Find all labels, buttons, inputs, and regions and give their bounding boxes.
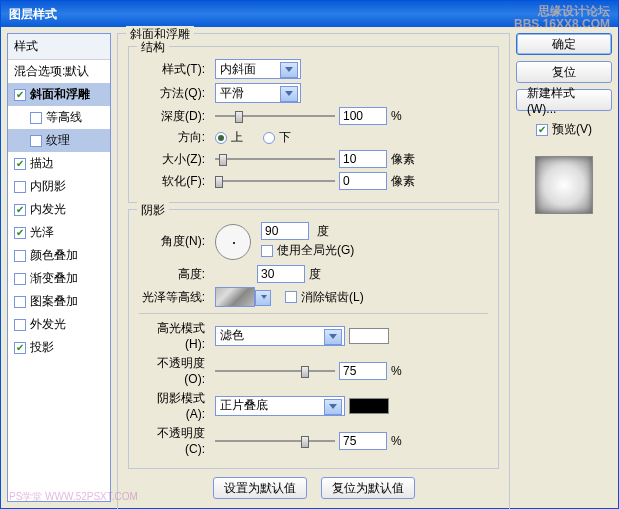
sidebar-item-9[interactable]: 图案叠加 [8, 290, 110, 313]
window-title: 图层样式 [9, 6, 57, 23]
gloss-contour-picker[interactable] [215, 287, 255, 307]
sidebar-item-1[interactable]: 等高线 [8, 106, 110, 129]
angle-picker[interactable] [215, 224, 251, 260]
bevel-emboss-group: 斜面和浮雕 结构 样式(T): 内斜面 方法(Q): 平滑 [117, 33, 510, 509]
soften-input[interactable] [339, 172, 387, 190]
highlight-mode-select[interactable]: 滤色 [215, 326, 345, 346]
right-column: 确定 复位 新建样式(W)... 预览(V) [516, 33, 612, 502]
shading-legend: 阴影 [137, 202, 169, 219]
shadow-opacity-input[interactable] [339, 432, 387, 450]
sidebar-label-9: 图案叠加 [30, 293, 78, 310]
gloss-contour-label: 光泽等高线: [139, 289, 205, 306]
depth-input[interactable] [339, 107, 387, 125]
sidebar-item-3[interactable]: 描边 [8, 152, 110, 175]
sidebar-item-2[interactable]: 纹理 [8, 129, 110, 152]
new-style-button[interactable]: 新建样式(W)... [516, 89, 612, 111]
sidebar-item-5[interactable]: 内发光 [8, 198, 110, 221]
shadow-mode-select[interactable]: 正片叠底 [215, 396, 345, 416]
size-input[interactable] [339, 150, 387, 168]
highlight-opacity-input[interactable] [339, 362, 387, 380]
highlight-opacity-slider[interactable] [215, 364, 335, 378]
technique-label: 方法(Q): [139, 85, 205, 102]
ok-button[interactable]: 确定 [516, 33, 612, 55]
sidebar-label-0: 斜面和浮雕 [30, 86, 90, 103]
shadow-opacity-unit: % [391, 434, 402, 448]
sidebar-label-4: 内阴影 [30, 178, 66, 195]
sidebar-checkbox-11[interactable] [14, 342, 26, 354]
sidebar-checkbox-0[interactable] [14, 89, 26, 101]
sidebar-checkbox-4[interactable] [14, 181, 26, 193]
antialias-label: 消除锯齿(L) [301, 289, 364, 306]
sidebar-label-2: 纹理 [46, 132, 70, 149]
depth-unit: % [391, 109, 402, 123]
sidebar-checkbox-2[interactable] [30, 135, 42, 147]
sidebar-label-1: 等高线 [46, 109, 82, 126]
sidebar-checkbox-6[interactable] [14, 227, 26, 239]
depth-label: 深度(D): [139, 108, 205, 125]
watermark: 思缘设计论坛 BBS.16XX8.COM [514, 5, 610, 31]
sidebar-checkbox-5[interactable] [14, 204, 26, 216]
sidebar-item-6[interactable]: 光泽 [8, 221, 110, 244]
content-area: 样式 混合选项:默认 斜面和浮雕等高线纹理描边内阴影内发光光泽颜色叠加渐变叠加图… [1, 27, 618, 508]
preview-label: 预览(V) [552, 121, 592, 138]
preview-checkbox[interactable] [536, 124, 548, 136]
sidebar-checkbox-10[interactable] [14, 319, 26, 331]
sidebar-checkbox-1[interactable] [30, 112, 42, 124]
depth-slider[interactable] [215, 109, 335, 123]
styles-sidebar: 样式 混合选项:默认 斜面和浮雕等高线纹理描边内阴影内发光光泽颜色叠加渐变叠加图… [7, 33, 111, 502]
footer-watermark: PS学堂 WWW.52PSXT.COM [9, 490, 138, 504]
shadow-color-swatch[interactable] [349, 398, 389, 414]
direction-down-label: 下 [279, 129, 291, 146]
shadow-opacity-slider[interactable] [215, 434, 335, 448]
highlight-color-swatch[interactable] [349, 328, 389, 344]
sidebar-label-11: 投影 [30, 339, 54, 356]
technique-select[interactable]: 平滑 [215, 83, 301, 103]
sidebar-label-6: 光泽 [30, 224, 54, 241]
preview-swatch [535, 156, 593, 214]
size-slider[interactable] [215, 152, 335, 166]
make-default-button[interactable]: 设置为默认值 [213, 477, 307, 499]
soften-label: 软化(F): [139, 173, 205, 190]
antialias-checkbox[interactable] [285, 291, 297, 303]
sidebar-checkbox-7[interactable] [14, 250, 26, 262]
layer-style-dialog: 图层样式 思缘设计论坛 BBS.16XX8.COM 样式 混合选项:默认 斜面和… [0, 0, 619, 509]
global-light-label: 使用全局光(G) [277, 242, 354, 259]
angle-unit: 度 [317, 223, 329, 240]
altitude-input[interactable] [257, 265, 305, 283]
sidebar-checkbox-3[interactable] [14, 158, 26, 170]
sidebar-blending-options[interactable]: 混合选项:默认 [8, 60, 110, 83]
sidebar-item-0[interactable]: 斜面和浮雕 [8, 83, 110, 106]
direction-down-radio[interactable] [263, 132, 275, 144]
structure-legend: 结构 [137, 39, 169, 56]
main-panel: 斜面和浮雕 结构 样式(T): 内斜面 方法(Q): 平滑 [117, 33, 510, 502]
sidebar-label-10: 外发光 [30, 316, 66, 333]
highlight-opacity-unit: % [391, 364, 402, 378]
global-light-checkbox[interactable] [261, 245, 273, 257]
direction-up-label: 上 [231, 129, 243, 146]
soften-unit: 像素 [391, 173, 415, 190]
titlebar[interactable]: 图层样式 思缘设计论坛 BBS.16XX8.COM [1, 1, 618, 27]
sidebar-label-7: 颜色叠加 [30, 247, 78, 264]
sidebar-item-7[interactable]: 颜色叠加 [8, 244, 110, 267]
style-select[interactable]: 内斜面 [215, 59, 301, 79]
sidebar-checkbox-8[interactable] [14, 273, 26, 285]
structure-group: 结构 样式(T): 内斜面 方法(Q): 平滑 深度 [128, 46, 499, 203]
direction-up-radio[interactable] [215, 132, 227, 144]
sidebar-item-8[interactable]: 渐变叠加 [8, 267, 110, 290]
reset-default-button[interactable]: 复位为默认值 [321, 477, 415, 499]
altitude-unit: 度 [309, 266, 321, 283]
shadow-mode-label: 阴影模式(A): [139, 390, 205, 421]
sidebar-label-3: 描边 [30, 155, 54, 172]
angle-label: 角度(N): [139, 233, 205, 250]
sidebar-label-5: 内发光 [30, 201, 66, 218]
size-unit: 像素 [391, 151, 415, 168]
angle-input[interactable] [261, 222, 309, 240]
cancel-button[interactable]: 复位 [516, 61, 612, 83]
sidebar-item-11[interactable]: 投影 [8, 336, 110, 359]
soften-slider[interactable] [215, 174, 335, 188]
direction-label: 方向: [139, 129, 205, 146]
sidebar-item-4[interactable]: 内阴影 [8, 175, 110, 198]
altitude-label: 高度: [139, 266, 205, 283]
sidebar-item-10[interactable]: 外发光 [8, 313, 110, 336]
sidebar-checkbox-9[interactable] [14, 296, 26, 308]
